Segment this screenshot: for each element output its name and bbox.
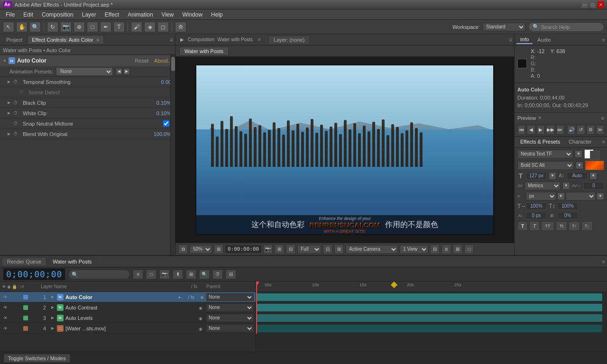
smallcaps-button[interactable]: Tt — [556, 221, 567, 231]
layer-1-color[interactable] — [23, 295, 28, 300]
baseline-input[interactable] — [526, 212, 547, 219]
tab-render-queue-header[interactable]: ▶ Composition: Composition: Water with P… — [177, 36, 264, 43]
bar-2[interactable] — [256, 304, 602, 311]
temporal-smoothing-row[interactable]: ▶ ⏱ Temporal Smoothing 0.00 — [0, 77, 175, 87]
leading-dropdown[interactable]: ▼ — [589, 172, 597, 180]
menu-composition[interactable]: Composition — [38, 10, 77, 19]
anim-next-btn[interactable]: ▶ — [123, 68, 130, 75]
tool-puppet[interactable]: ⟰ — [175, 22, 186, 32]
layer-2-lock[interactable] — [16, 304, 23, 311]
layer-1-fx-icon[interactable]: / fx — [184, 294, 198, 300]
tool-rotate[interactable]: ↻ — [47, 22, 58, 32]
subscript-button[interactable]: T↓ — [581, 221, 593, 231]
camera-select[interactable]: Active Camera — [346, 245, 398, 254]
kern-input[interactable] — [583, 182, 604, 190]
white-clip-stopwatch[interactable]: ⏱ — [13, 110, 21, 116]
layer-row-3[interactable]: 👁 3 ▶ fx Auto Levels ◉ None — [0, 313, 256, 323]
layer-3-eye[interactable]: 👁 — [2, 315, 9, 321]
layer-1-parent-select[interactable]: None — [206, 293, 254, 301]
tool-brush[interactable]: 🖌 — [131, 22, 142, 32]
metrics-dropdown[interactable]: ▼ — [562, 182, 570, 190]
close-button[interactable]: ✕ — [598, 1, 604, 8]
tool-hand[interactable]: ✋ — [16, 22, 28, 32]
layer-2-solo[interactable] — [9, 304, 16, 311]
black-clip-row[interactable]: ▶ ⏱ Black Clip 0.10% — [0, 98, 175, 108]
black-clip-stopwatch[interactable]: ⏱ — [13, 100, 21, 105]
font-style-dropdown-btn[interactable]: ▼ — [576, 162, 583, 169]
layer-1-expand[interactable]: ▶ — [49, 295, 56, 299]
preview-next-frame-btn[interactable]: ▶▶ — [546, 125, 555, 135]
tool-camera[interactable]: 📷 — [60, 22, 72, 32]
italic-button[interactable]: T — [529, 221, 540, 231]
tab-water-with-posts[interactable]: Water with Posts — [47, 257, 97, 265]
comp-safe-frames-btn[interactable]: ⊞ — [334, 245, 344, 254]
layer-1-sw1[interactable]: ▸. — [179, 295, 183, 300]
menu-file[interactable]: File — [2, 10, 18, 19]
panel-menu-icon[interactable]: ≡ — [170, 36, 173, 43]
tl-btn-7[interactable]: ⏱ — [212, 270, 223, 279]
comp-tab-close[interactable]: ✕ — [258, 37, 261, 42]
comp-grid-btn[interactable]: ⊞ — [275, 245, 284, 254]
comp-alpha-btn[interactable]: α — [441, 245, 451, 254]
row-stopwatch-icon[interactable]: ⏱ — [13, 79, 21, 84]
comp-channel-btn[interactable]: ⊟ — [430, 245, 440, 254]
left-panel-scrollbar[interactable] — [170, 55, 175, 255]
anim-prev-btn[interactable]: ◀ — [116, 68, 122, 75]
menu-animation[interactable]: Animation — [124, 10, 156, 19]
preview-extra-btn[interactable]: ≫ — [596, 125, 604, 135]
tab-effect-controls[interactable]: Effect Controls: Auto Color ✕ — [28, 36, 103, 44]
tab-project[interactable]: Project — [2, 36, 27, 44]
preview-prev-frame-btn[interactable]: ◀ — [527, 125, 535, 135]
stroke-color-box[interactable] — [590, 151, 599, 160]
layer-3-color[interactable] — [23, 316, 28, 320]
layer-4-parent-select[interactable]: None — [206, 325, 254, 332]
menu-effect[interactable]: Effect — [101, 10, 123, 19]
tab-audio[interactable]: Audio — [533, 36, 554, 44]
tab-effects-presets[interactable]: Effects & Presets — [516, 138, 564, 146]
white-clip-row[interactable]: ▶ ⏱ White Clip 0.10% — [0, 108, 175, 118]
layer-4-eye[interactable]: 👁 — [2, 325, 9, 332]
font-size-dropdown[interactable]: ▼ — [549, 172, 556, 180]
align-select[interactable] — [566, 192, 596, 200]
comp-3d-btn[interactable]: ⊟ — [286, 245, 295, 254]
tl-btn-4[interactable]: ⬆ — [173, 270, 183, 279]
layer-1-solo[interactable] — [9, 294, 16, 300]
leading-unit-select[interactable]: px — [526, 192, 556, 200]
tool-clone[interactable]: ◈ — [144, 22, 156, 32]
superscript-button[interactable]: T↑ — [569, 221, 580, 231]
layer-row-1[interactable]: 👁 1 ▶ fx Auto Color ▸. / fx ◉ — [0, 292, 256, 302]
maximize-button[interactable]: □ — [589, 1, 596, 8]
layer-2-eye[interactable]: 👁 — [2, 304, 9, 311]
font-name-select[interactable]: Neutra Text TF — [517, 150, 573, 158]
layer-row-2[interactable]: 👁 2 ▶ fx Auto Contrast ◉ None — [0, 302, 256, 313]
preview-settings-btn[interactable]: ⚙ — [587, 125, 595, 135]
layer-4-solo[interactable] — [9, 325, 16, 332]
tsumi-input[interactable] — [557, 212, 578, 219]
temporal-smoothing-value[interactable]: 0.00 — [147, 79, 171, 85]
layer-4-color[interactable] — [23, 326, 28, 331]
preview-skip-end-btn[interactable]: ⏭ — [556, 125, 564, 135]
preview-header-close[interactable]: ✕ — [538, 115, 542, 120]
char-panel-menu[interactable]: ≡ — [602, 139, 605, 145]
menu-help[interactable]: Help — [207, 10, 227, 19]
tl-btn-5[interactable]: ⊞ — [186, 270, 196, 279]
menu-layer[interactable]: Layer — [78, 10, 100, 19]
comp-fast-preview-btn[interactable]: ⊡ — [323, 245, 332, 254]
quality-select[interactable]: Full — [297, 245, 321, 254]
comp-camera-icon[interactable]: 📷 — [263, 245, 273, 254]
effect-controls-tab-close[interactable]: ✕ — [96, 37, 100, 43]
toggle-switches-modes-btn[interactable]: Toggle Switches / Modes — [4, 354, 70, 363]
comp-name-tab[interactable]: Water with Posts — [179, 47, 229, 55]
layer-3-lock[interactable] — [16, 315, 23, 321]
auto-color-header[interactable]: ▼ fx Auto Color Reset About... — [0, 55, 175, 66]
search-help[interactable]: 🔍 Search Help — [528, 22, 604, 32]
comp-timecode[interactable]: 0:00:00:00 — [225, 245, 261, 253]
info-panel-menu[interactable]: ≡ — [602, 37, 605, 43]
bar-4[interactable] — [256, 325, 602, 332]
bold-button[interactable]: T — [517, 221, 528, 231]
snap-neutral-row[interactable]: ⏱ Snap Neutral Midtone — [0, 118, 175, 129]
comp-reset-view-btn[interactable]: ⊞ — [453, 245, 462, 254]
timeline-menu[interactable]: ≡ — [602, 259, 605, 264]
tl-btn-6[interactable]: 🔍 — [199, 270, 210, 279]
timeline-search[interactable] — [68, 270, 130, 279]
